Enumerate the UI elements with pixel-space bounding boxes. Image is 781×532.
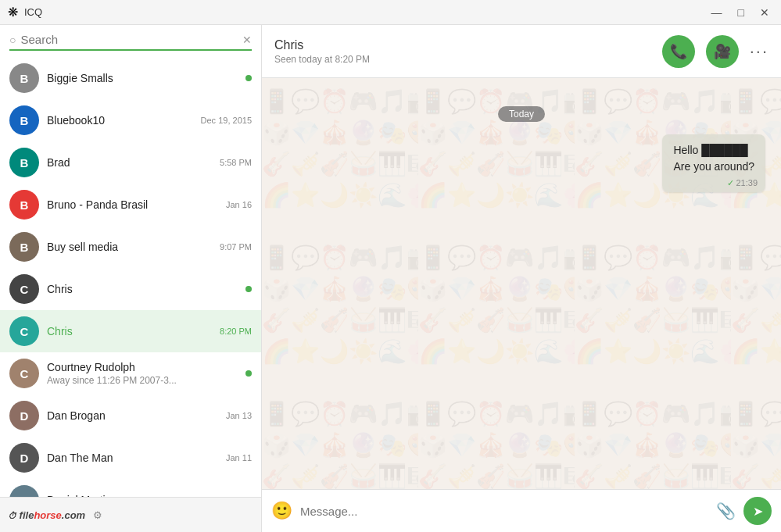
contact-time: 9:07 PM (220, 242, 252, 252)
date-divider: Today (278, 106, 765, 122)
contact-time: Dec 31, 2015 (201, 495, 252, 497)
more-button[interactable]: ··· (750, 43, 768, 60)
avatar: C (9, 359, 39, 388)
avatar: B (9, 190, 39, 220)
contact-meta: 8:20 PM (205, 327, 252, 336)
close-button[interactable]: ✕ (756, 5, 773, 20)
maximize-button[interactable]: □ (734, 5, 748, 20)
contact-name: Daniel Martin (47, 494, 201, 497)
minimize-button[interactable]: — (708, 5, 726, 20)
contact-item[interactable]: CChris (0, 268, 261, 310)
contact-name: Biggie Smalls (47, 72, 205, 84)
contact-name: Dan Brogan (47, 409, 205, 422)
chat-area: Today Hello ██████ Are you around? ✓21:3… (262, 78, 781, 489)
filehorse-logo: ⏱ filehorse.com (8, 509, 85, 521)
contact-item[interactable]: CCourtney RudolphAway since 11:26 PM 200… (0, 352, 261, 395)
contact-meta: Dec 31, 2015 (201, 495, 252, 497)
avatar: B (9, 232, 39, 262)
settings-icon[interactable]: ⚙ (93, 509, 102, 521)
contact-name: Brad (47, 156, 205, 169)
contact-name: Chris (47, 325, 205, 337)
chat-header-info: Chris Seen today at 8:20 PM (274, 38, 370, 65)
contact-meta: Jan 16 (205, 200, 252, 209)
avatar: D (9, 401, 39, 430)
contact-meta: Jan 11 (205, 453, 252, 462)
app-title: ICQ (24, 6, 42, 18)
contact-info: Biggie Smalls (47, 72, 205, 84)
contact-info: Dan Brogan (47, 409, 205, 422)
app-logo-icon: ❋ (8, 5, 18, 20)
left-bottom-bar: ⏱ filehorse.com ⚙ (0, 497, 261, 532)
contact-item[interactable]: BBrad5:58 PM (0, 141, 261, 184)
more-icon: ··· (750, 41, 768, 61)
search-clear-button[interactable]: ✕ (242, 34, 252, 46)
avatar: B (9, 148, 39, 177)
contact-item[interactable]: DDan BroganJan 13 (0, 395, 261, 437)
title-bar-left: ❋ ICQ (8, 5, 42, 20)
online-status-dot (245, 370, 252, 377)
contact-item[interactable]: BBluebook10Dec 19, 2015 (0, 99, 261, 141)
emoji-icon: 🙂 (271, 501, 292, 520)
send-icon: ➤ (753, 504, 763, 519)
avatar: C (9, 274, 39, 304)
contact-name: Courtney Rudolph (47, 361, 205, 373)
contact-info: Daniel Martin (47, 494, 201, 497)
avatar: D (9, 485, 39, 497)
date-badge: Today (498, 106, 545, 122)
online-status-dot (245, 75, 252, 81)
contact-item[interactable]: CChris8:20 PM (0, 310, 261, 352)
call-button[interactable]: 📞 (662, 35, 695, 68)
search-input[interactable] (20, 33, 242, 46)
avatar: B (9, 105, 39, 135)
attach-button[interactable]: 📎 (716, 502, 736, 520)
chat-input-bar: 🙂 📎 ➤ (262, 489, 781, 532)
contact-meta: Jan 13 (205, 411, 252, 420)
contact-time: 5:58 PM (220, 158, 252, 167)
contact-time: Jan 16 (226, 200, 252, 209)
search-bar: ○ ✕ (0, 25, 261, 57)
contact-time: Dec 19, 2015 (201, 116, 252, 125)
search-input-wrapper: ○ ✕ (9, 33, 252, 51)
contact-list: BBiggie SmallsBBluebook10Dec 19, 2015BBr… (0, 57, 261, 497)
avatar: C (9, 316, 39, 346)
online-status-dot (245, 286, 252, 292)
contact-item[interactable]: BBiggie Smalls (0, 57, 261, 99)
message-input[interactable] (300, 505, 708, 518)
avatar: D (9, 443, 39, 473)
contact-meta (205, 370, 252, 377)
chat-header-actions: 📞 🎥 ··· (662, 35, 768, 68)
contact-name: Bluebook10 (47, 114, 201, 127)
contact-item[interactable]: DDan The ManJan 11 (0, 437, 261, 479)
chat-status: Seen today at 8:20 PM (274, 54, 370, 65)
send-button[interactable]: ➤ (743, 497, 772, 525)
video-icon: 🎥 (714, 43, 731, 60)
contact-name: Bruno - Panda Brasil (47, 198, 205, 211)
contact-preview: Away since 11:26 PM 2007-3... (47, 375, 205, 386)
contact-time: Jan 11 (226, 453, 252, 462)
phone-icon: 📞 (670, 43, 687, 60)
search-icon: ○ (9, 34, 16, 46)
title-bar: ❋ ICQ — □ ✕ (0, 0, 781, 25)
main-layout: ○ ✕ BBiggie SmallsBBluebook10Dec 19, 201… (0, 25, 781, 532)
chat-header: Chris Seen today at 8:20 PM 📞 🎥 ··· (262, 25, 781, 78)
contact-info: Chris (47, 283, 205, 295)
contact-info: Buy sell media (47, 241, 205, 253)
contact-item[interactable]: BBruno - Panda BrasilJan 16 (0, 184, 261, 226)
contact-meta: 9:07 PM (205, 242, 252, 252)
avatar: B (9, 63, 39, 93)
contact-time: Jan 13 (226, 411, 252, 420)
message-tick-icon: ✓ (727, 178, 734, 187)
contact-time: 8:20 PM (220, 327, 252, 336)
contact-name: Dan The Man (47, 452, 205, 464)
emoji-button[interactable]: 🙂 (271, 501, 292, 521)
contact-meta: Dec 19, 2015 (201, 116, 252, 125)
contact-info: Bluebook10 (47, 114, 201, 127)
contact-item[interactable]: BBuy sell media9:07 PM (0, 226, 261, 268)
contact-info: Courtney RudolphAway since 11:26 PM 2007… (47, 361, 205, 386)
message-time: ✓21:39 (727, 178, 758, 188)
contact-item[interactable]: DDaniel MartinDec 31, 2015 (0, 479, 261, 497)
contact-info: Brad (47, 156, 205, 169)
contact-meta (205, 75, 252, 81)
video-button[interactable]: 🎥 (706, 35, 739, 68)
message-wrap: Hello ██████ Are you around? ✓21:39 (278, 134, 765, 192)
